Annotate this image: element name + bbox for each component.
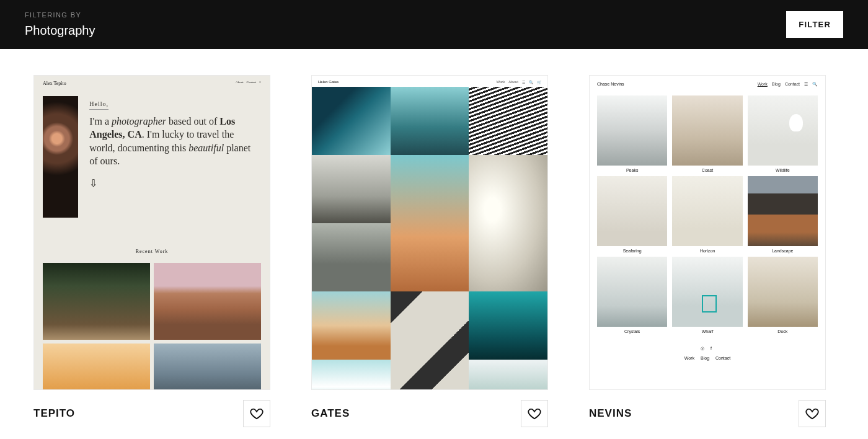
social-icons: ◎ f [597, 346, 818, 351]
filter-button[interactable]: FILTER [786, 11, 843, 38]
mosaic-tile [391, 155, 469, 291]
gallery-item: Peaks [597, 95, 667, 172]
mosaic-tile [469, 87, 547, 155]
filter-context: FILTERING BY Photography [25, 11, 95, 38]
gallery-thumbnail [597, 257, 667, 327]
heart-icon [250, 407, 264, 420]
gallery-thumbnail [748, 176, 818, 246]
gallery-item: Coast [672, 95, 742, 172]
preview-nav-item: ☰ [522, 80, 525, 84]
gallery-label: Wharf [672, 329, 742, 334]
gallery-item: Dock [748, 257, 818, 334]
mosaic-tile [469, 291, 547, 360]
filtering-by-label: FILTERING BY [25, 11, 95, 19]
hello-label: Hello, [89, 100, 108, 110]
gallery-item: Wharf [672, 257, 742, 334]
template-name[interactable]: NEVINS [589, 407, 632, 420]
footer-link: Work [684, 356, 694, 360]
gallery-grid: Peaks Coast Wildlife Seafaring Horizon L… [597, 95, 818, 334]
gallery-label: Landscape [748, 249, 818, 253]
preview-nav-item: About [236, 81, 244, 86]
gallery-item: Crystals [597, 257, 667, 334]
mosaic-tile [312, 360, 391, 390]
footer-link: Contact [715, 356, 730, 360]
preview-brand: Helen Gates [318, 80, 339, 84]
preview-nav-item: Work [496, 80, 505, 84]
intro-paragraph: I'm a photographer based out of Los Ange… [89, 115, 261, 168]
footer-link: Blog [701, 356, 709, 360]
gallery-item: Seafaring [597, 176, 667, 253]
preview-nav-item: Contact [247, 81, 257, 86]
template-name[interactable]: TEPITO [33, 407, 75, 420]
template-name[interactable]: GATES [311, 407, 350, 420]
preview-nav: Work Blog Contact ☰ 🔍 [758, 82, 818, 87]
gallery-label: Seafaring [597, 249, 667, 253]
template-card-tepito: Alex Tepito About Contact ≡ Hello, I'm a… [33, 75, 270, 427]
active-filter-category: Photography [25, 24, 95, 38]
gallery-label: Peaks [597, 168, 667, 172]
preview-nav: About Contact ≡ [236, 81, 261, 86]
gallery-label: Wildlife [748, 168, 818, 172]
portrait-image [43, 96, 78, 218]
template-preview[interactable]: Chase Nevins Work Blog Contact ☰ 🔍 Peaks… [589, 75, 826, 390]
mosaic-tile [391, 87, 469, 155]
intro-text: Hello, I'm a photographer based out of L… [89, 96, 261, 218]
gallery-thumbnail [672, 95, 742, 166]
preview-nav-item: Blog [772, 82, 781, 87]
preview-nav-item: Contact [785, 82, 800, 87]
preview-nav-item: Work [758, 82, 768, 87]
heart-icon [528, 407, 541, 420]
gallery-thumbnail [748, 257, 818, 327]
mosaic-tile [469, 155, 547, 291]
gallery-label: Horizon [672, 249, 742, 253]
gallery-thumbnail [672, 257, 742, 327]
work-thumbnail [43, 344, 150, 390]
preview-nav-item: ≡ [259, 81, 261, 86]
photo-mosaic [312, 87, 547, 390]
work-thumbnail [154, 263, 261, 340]
preview-footer: ◎ f Work Blog Contact [597, 346, 818, 360]
mosaic-tile [312, 291, 391, 360]
gallery-item: Landscape [748, 176, 818, 253]
recent-work-grid [34, 254, 270, 390]
mosaic-tile [312, 155, 391, 223]
favorite-button[interactable] [521, 400, 548, 427]
mosaic-tile [312, 223, 391, 291]
footer-links: Work Blog Contact [597, 356, 818, 360]
gallery-thumbnail [597, 176, 667, 246]
preview-brand: Chase Nevins [597, 82, 624, 87]
preview-nav-item: 🔍 [812, 82, 818, 87]
preview-nav-item: 🔍 [529, 80, 533, 84]
mosaic-tile [312, 87, 391, 155]
mosaic-tile [391, 291, 469, 390]
gallery-label: Crystals [597, 329, 667, 334]
mosaic-tile [469, 360, 547, 390]
gallery-label: Coast [672, 168, 742, 172]
work-thumbnail [154, 344, 261, 390]
template-grid: Alex Tepito About Contact ≡ Hello, I'm a… [0, 49, 868, 439]
preview-nav-item: About [508, 80, 518, 84]
preview-brand: Alex Tepito [43, 81, 66, 86]
template-preview[interactable]: Helen Gates Work About ☰ 🔍 🛒 [311, 75, 548, 390]
work-thumbnail [43, 263, 150, 340]
template-card-nevins: Chase Nevins Work Blog Contact ☰ 🔍 Peaks… [589, 75, 826, 427]
gallery-thumbnail [748, 95, 818, 166]
gallery-item: Horizon [672, 176, 742, 253]
template-preview[interactable]: Alex Tepito About Contact ≡ Hello, I'm a… [33, 75, 270, 390]
gallery-thumbnail [672, 176, 742, 246]
recent-work-label: Recent Work [34, 249, 270, 254]
gallery-thumbnail [597, 95, 667, 166]
gallery-label: Dock [748, 329, 818, 334]
preview-nav: Work About ☰ 🔍 🛒 [496, 80, 541, 84]
favorite-button[interactable] [799, 400, 826, 427]
gallery-item: Wildlife [748, 95, 818, 172]
preview-nav-item: 🛒 [537, 80, 541, 84]
template-card-gates: Helen Gates Work About ☰ 🔍 🛒 [311, 75, 548, 427]
favorite-button[interactable] [243, 400, 270, 427]
preview-nav-item: ☰ [804, 82, 808, 87]
heart-icon [805, 407, 819, 420]
scroll-down-icon: ⇩ [89, 177, 261, 190]
filter-header: FILTERING BY Photography FILTER [0, 0, 868, 49]
